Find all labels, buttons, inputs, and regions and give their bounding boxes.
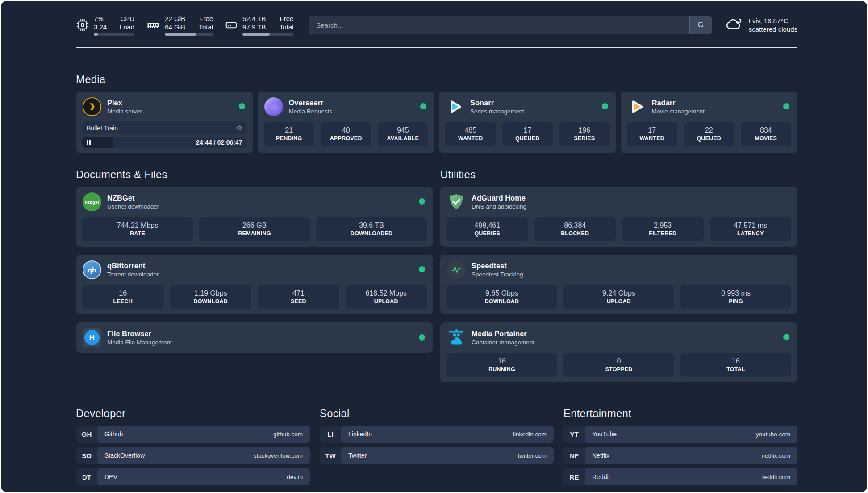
stat-download: 9.65 Gbps DOWNLOAD: [447, 285, 557, 309]
service-card-sonarr[interactable]: Sonarr Series management 485 WANTED 17 Q…: [439, 92, 616, 153]
now-playing-row: Bullet Train: [82, 121, 247, 134]
stat-latency: 47.571 ms LATENCY: [710, 217, 792, 241]
bookmark-linkedin[interactable]: LI LinkedIn linkedin.com: [320, 426, 554, 443]
bookmark-abbr: SO: [76, 447, 97, 464]
service-card-speedtest[interactable]: Speedtest Speedtest Tracking 9.65 Gbps D…: [440, 255, 797, 314]
weather-location-temp: Lviv, 16.87°C: [749, 17, 797, 25]
bookmark-github[interactable]: GH Github github.com: [76, 426, 310, 443]
search-input[interactable]: [309, 16, 689, 34]
now-playing-title: Bullet Train: [87, 125, 118, 132]
stat-queries: 498,461 QUERIES: [447, 217, 528, 241]
adguard-shield-icon: [447, 192, 466, 212]
stat-total: 16 TOTAL: [680, 353, 791, 377]
status-dot: [419, 198, 425, 205]
status-dot: [602, 103, 608, 109]
radarr-icon: [627, 97, 647, 117]
nzbget-icon: nzbget: [82, 192, 102, 212]
bookmark-group-developer: Developer GH Github github.com SO StackO…: [76, 407, 310, 490]
service-description: DNS and adblocking: [472, 203, 526, 211]
search-bar: G: [309, 16, 712, 34]
google-search-button[interactable]: G: [689, 16, 712, 34]
bookmark-url: linkedin.com: [513, 431, 547, 438]
stat-available: 945 AVAILABLE: [378, 122, 429, 146]
bookmark-dev[interactable]: DT DEV dev.to: [76, 468, 310, 485]
weather-condition: scattered clouds: [749, 25, 797, 33]
stat-ping: 0.993 ms PING: [680, 285, 791, 309]
memory-widget: 22 GiB 64 GiB Free Total: [146, 14, 213, 36]
pause-icon[interactable]: [87, 140, 91, 145]
service-card-nzbget[interactable]: nzbget NZBGet Usenet downloader 744.21 M…: [76, 187, 433, 246]
service-card-overseerr[interactable]: Overseerr Media Requests 21 PENDING 40 A…: [258, 92, 435, 153]
disk-widget: 52.4 TB 97.9 TB Free Total: [225, 14, 293, 36]
stat-upload: 618.52 Mbps UPLOAD: [346, 285, 427, 309]
service-name: File Browser: [107, 329, 172, 338]
service-description: Speedtest Tracking: [472, 271, 523, 279]
ram-free-value: 22 GiB: [165, 14, 185, 23]
ram-progress-bar: [165, 33, 213, 36]
bookmark-abbr: NF: [563, 447, 585, 464]
service-card-qbittorrent[interactable]: qb qBittorrent Torrent downloader 16 LEE…: [76, 255, 433, 314]
ram-free-label: Free: [199, 14, 213, 23]
entertainment-section-title: Entertainment: [563, 407, 797, 420]
plex-icon: [82, 97, 102, 117]
status-dot: [239, 103, 245, 109]
disk-total-label: Total: [280, 23, 294, 31]
disk-progress-bar: [242, 33, 293, 36]
service-card-adguard[interactable]: AdGuard Home DNS and adblocking 498,461 …: [440, 187, 797, 246]
bookmark-name: Github: [104, 430, 123, 438]
service-name: Plex: [107, 98, 142, 108]
stat-queued: 22 QUEUED: [684, 122, 734, 146]
bookmark-name: Netflix: [592, 452, 609, 459]
gear-icon[interactable]: [236, 124, 242, 132]
service-description: Series management: [470, 108, 524, 116]
status-dot: [783, 103, 789, 109]
media-section-title: Media: [76, 73, 797, 86]
bookmark-reddit[interactable]: RE Reddit reddit.com: [563, 468, 797, 485]
bookmark-name: YouTube: [592, 430, 617, 438]
bookmark-stackoverflow[interactable]: SO StackOverflow stackoverflow.com: [76, 447, 310, 464]
bookmark-name: StackOverflow: [104, 452, 145, 459]
bookmark-youtube[interactable]: YT YouTube youtube.com: [563, 426, 797, 443]
bookmark-abbr: YT: [563, 426, 585, 443]
service-name: Media Portainer: [472, 329, 534, 338]
service-card-radarr[interactable]: Radarr Movie management 17 WANTED 22 QUE…: [621, 92, 798, 153]
stat-stopped: 0 STOPPED: [563, 353, 674, 377]
bookmark-url: twitter.com: [517, 452, 547, 459]
bookmark-url: youtube.com: [756, 431, 790, 438]
dashboard: 7% 3.24 CPU Load: [1, 1, 867, 492]
bookmark-url: reddit.com: [762, 474, 790, 480]
status-dot: [783, 334, 789, 340]
service-card-filebrowser[interactable]: File Browser Media File Management: [76, 322, 433, 353]
stat-approved: 40 APPROVED: [321, 122, 371, 146]
header-divider: [76, 47, 797, 48]
stat-wanted: 17 WANTED: [627, 122, 678, 146]
service-card-plex[interactable]: Plex Media server Bullet Train 24:44 / 0…: [76, 92, 253, 153]
bookmark-name: DEV: [104, 473, 117, 480]
bookmark-abbr: TW: [320, 447, 341, 464]
cpu-usage-value: 7%: [94, 14, 107, 23]
cpu-widget: 7% 3.24 CPU Load: [76, 14, 134, 36]
service-name: NZBGet: [107, 193, 159, 203]
stat-queued: 17 QUEUED: [502, 122, 553, 146]
service-name: Radarr: [652, 98, 705, 108]
playback-progress-bar[interactable]: 24:44 / 02:06:47: [82, 137, 247, 148]
stat-blocked: 86,384 BLOCKED: [534, 217, 616, 241]
ram-total-label: Total: [199, 23, 213, 31]
stat-downloaded: 39.6 TB DOWNLOADED: [316, 217, 427, 241]
bookmark-twitter[interactable]: TW Twitter twitter.com: [320, 447, 554, 464]
bookmark-group-entertainment: Entertainment YT YouTube youtube.com NF …: [563, 407, 797, 490]
stat-movies: 834 MOVIES: [741, 122, 792, 146]
bookmark-url: stackoverflow.com: [254, 452, 303, 459]
service-card-portainer[interactable]: Media Portainer Container management 16 …: [440, 322, 797, 382]
bookmark-abbr: LI: [320, 426, 341, 443]
service-name: qBittorrent: [107, 261, 159, 271]
bookmark-group-social: Social LI LinkedIn linkedin.com TW Twitt…: [320, 407, 554, 490]
cpu-label: CPU: [121, 14, 135, 23]
bookmark-netflix[interactable]: NF Netflix netflix.com: [563, 447, 797, 464]
utilities-section-title: Utilities: [440, 168, 797, 181]
service-description: Media server: [107, 108, 142, 116]
memory-icon: [146, 18, 160, 32]
documents-section-title: Documents & Files: [76, 168, 433, 181]
stat-rate: 744.21 Mbps RATE: [82, 217, 193, 241]
service-description: Usenet downloader: [107, 203, 159, 211]
